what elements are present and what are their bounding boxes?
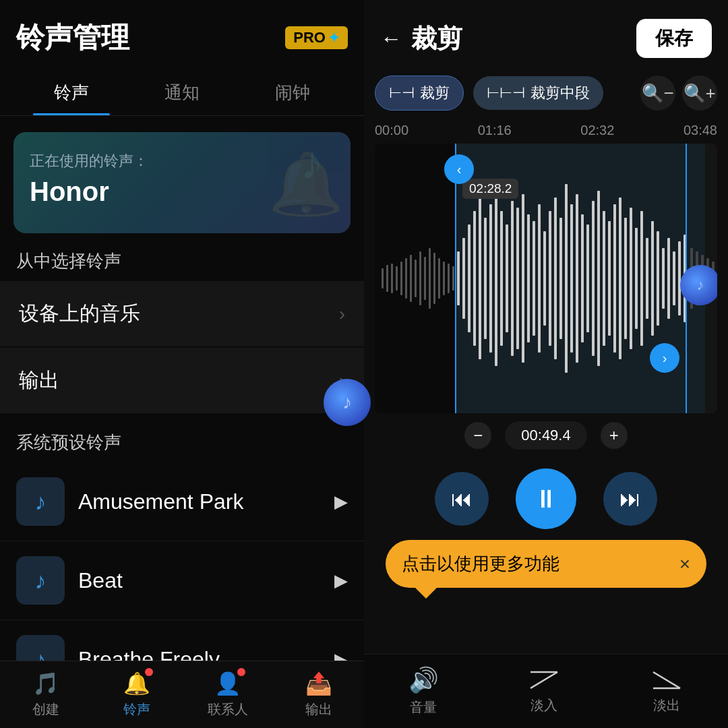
- duration-control: − 00:49.4 +: [364, 413, 728, 458]
- duration-value: 00:49.4: [505, 421, 586, 450]
- svg-rect-15: [438, 258, 440, 299]
- menu-item-output-label: 输出: [19, 367, 59, 394]
- nav-icon-create: 🎵: [32, 671, 59, 696]
- tab-ringtone[interactable]: 铃声: [16, 70, 127, 115]
- menu-item-device-music[interactable]: 设备上的音乐 ›: [0, 281, 364, 346]
- waveform-svg: [375, 144, 717, 413]
- svg-rect-57: [662, 248, 665, 309]
- svg-rect-52: [635, 228, 638, 329]
- svg-rect-43: [586, 224, 589, 332]
- svg-rect-45: [597, 191, 600, 366]
- tool-label-volume: 音量: [410, 698, 437, 717]
- save-button[interactable]: 保存: [636, 19, 712, 58]
- svg-rect-53: [640, 211, 643, 346]
- play-btn-amusement[interactable]: ▶: [334, 491, 348, 512]
- bottom-tools: 🔊 音量 淡入 淡出: [364, 654, 728, 728]
- tool-btn-crop-middle[interactable]: ⊢⊢⊣ 裁剪中段: [473, 76, 603, 110]
- toast-close-button[interactable]: ×: [679, 553, 690, 575]
- pause-button[interactable]: ⏸: [516, 468, 576, 529]
- svg-rect-59: [673, 251, 675, 305]
- ruler-mark-2: 02:32: [580, 123, 614, 138]
- svg-rect-8: [405, 258, 407, 299]
- tab-alarm[interactable]: 闹钟: [237, 70, 348, 115]
- svg-rect-58: [667, 238, 670, 319]
- menu-item-output[interactable]: 输出 ›: [0, 348, 364, 413]
- zoom-out-button[interactable]: 🔍−: [640, 75, 675, 111]
- waveform-area[interactable]: ‹ 02:28.2 › ♪: [375, 144, 717, 413]
- timeline-ruler: 00:00 01:16 02:32 03:48: [364, 117, 728, 144]
- nav-item-ringtone[interactable]: 🔔 铃声: [91, 671, 182, 719]
- svg-rect-49: [619, 198, 621, 359]
- svg-rect-37: [554, 198, 557, 359]
- playhead-handle[interactable]: ‹: [444, 154, 474, 184]
- skip-back-button[interactable]: ⏮: [435, 472, 489, 526]
- tool-item-volume[interactable]: 🔊 音量: [408, 666, 439, 717]
- toast-tail: [415, 588, 437, 599]
- svg-rect-7: [400, 262, 402, 295]
- ringtone-item-amusement[interactable]: ♪ Amusement Park ▶: [0, 462, 364, 541]
- pro-badge: PRO ✦: [285, 26, 348, 49]
- toast-text: 点击以使用更多功能: [402, 552, 559, 576]
- float-ball[interactable]: [324, 379, 371, 426]
- play-btn-beat[interactable]: ▶: [334, 570, 348, 591]
- time-tooltip: 02:28.2: [462, 179, 518, 199]
- nav-label-ringtone: 铃声: [123, 700, 150, 719]
- zoom-in-button[interactable]: 🔍+: [682, 75, 717, 111]
- svg-rect-20: [462, 238, 465, 319]
- duration-decrease-button[interactable]: −: [464, 422, 491, 449]
- current-ringtone-card[interactable]: 正在使用的铃声： Honor ♪ 🔔: [13, 132, 351, 233]
- toast-container: 点击以使用更多功能 ×: [364, 540, 728, 599]
- svg-line-71: [653, 672, 680, 688]
- section-title-choose: 从中选择铃声: [0, 233, 364, 281]
- svg-rect-38: [559, 218, 562, 339]
- tool-label-fadeout: 淡出: [653, 696, 680, 715]
- back-button[interactable]: ← 裁剪: [380, 22, 462, 56]
- skip-forward-icon: ⏭: [619, 487, 641, 512]
- svg-rect-16: [443, 262, 445, 295]
- svg-rect-6: [396, 266, 398, 291]
- volume-icon: 🔊: [408, 666, 439, 694]
- svg-rect-19: [457, 251, 460, 305]
- svg-rect-55: [651, 221, 654, 336]
- nav-icon-ringtone: 🔔: [123, 671, 150, 696]
- crop-label: 裁剪: [420, 83, 450, 103]
- nav-icon-contacts: 👤: [214, 671, 241, 696]
- zoom-out-icon: 🔍−: [642, 83, 673, 104]
- right-float-ball[interactable]: ♪: [680, 265, 717, 305]
- ringtone-icon-amusement: ♪: [16, 477, 65, 526]
- svg-rect-11: [419, 251, 421, 305]
- right-title: 裁剪: [411, 22, 462, 56]
- svg-rect-4: [386, 265, 388, 292]
- zoom-in-icon: 🔍+: [684, 83, 715, 104]
- svg-rect-50: [624, 218, 627, 339]
- svg-rect-39: [565, 184, 568, 373]
- svg-rect-51: [630, 208, 632, 349]
- fadein-icon: [527, 668, 561, 692]
- nav-item-contacts[interactable]: 👤 联系人: [182, 671, 273, 719]
- tool-item-fadeout[interactable]: 淡出: [650, 668, 684, 715]
- skip-back-icon: ⏮: [451, 487, 473, 512]
- pro-star-icon: ✦: [328, 30, 340, 46]
- left-header: 铃声管理 PRO ✦: [0, 0, 364, 57]
- nav-label-contacts: 联系人: [208, 700, 248, 719]
- toast-banner[interactable]: 点击以使用更多功能 ×: [386, 540, 706, 588]
- tool-item-fadein[interactable]: 淡入: [527, 668, 561, 715]
- tool-btn-crop[interactable]: ⊢⊣ 裁剪: [375, 75, 464, 111]
- svg-rect-48: [613, 204, 616, 353]
- svg-rect-47: [608, 221, 611, 336]
- duration-increase-button[interactable]: +: [601, 422, 628, 449]
- svg-rect-44: [592, 201, 595, 356]
- skip-forward-button[interactable]: ⏭: [603, 472, 657, 526]
- back-arrow-icon: ←: [380, 26, 402, 51]
- svg-rect-23: [479, 198, 481, 359]
- nav-item-export[interactable]: 📤 输出: [273, 671, 364, 719]
- tabs-container: 铃声 通知 闹钟: [0, 70, 364, 116]
- svg-rect-10: [415, 260, 417, 297]
- ringtone-name-beat: Beat: [78, 568, 334, 593]
- nav-item-create[interactable]: 🎵 创建: [0, 671, 91, 719]
- playback-controls: ⏮ ⏸ ⏭: [364, 458, 728, 540]
- tab-notification[interactable]: 通知: [127, 70, 237, 115]
- page-title: 铃声管理: [16, 19, 129, 57]
- ringtone-item-beat[interactable]: ♪ Beat ▶: [0, 541, 364, 620]
- end-handle[interactable]: ›: [650, 343, 679, 373]
